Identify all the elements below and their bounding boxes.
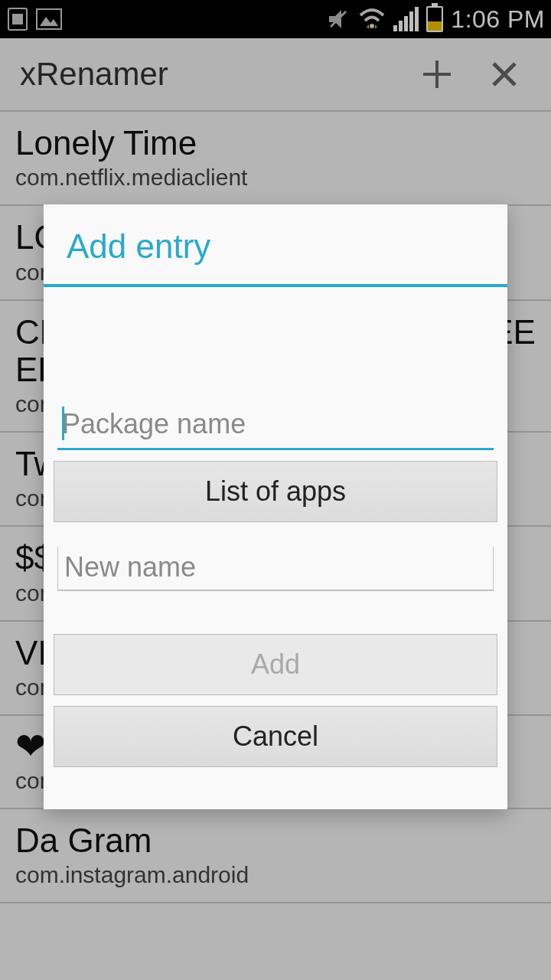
package-field-wrap [57, 402, 494, 450]
new-name-input[interactable] [57, 547, 494, 591]
dialog-buttons: Add Cancel [50, 623, 501, 767]
list-of-apps-button[interactable]: List of apps [54, 461, 497, 522]
package-name-input[interactable] [57, 402, 494, 450]
dialog-title: Add entry [44, 204, 507, 284]
add-entry-dialog: Add entry List of apps Add Cancel [44, 204, 507, 809]
cancel-button[interactable]: Cancel [54, 706, 497, 767]
add-confirm-button[interactable]: Add [54, 634, 497, 695]
text-caret [62, 407, 64, 440]
dialog-body: List of apps Add Cancel [44, 287, 507, 809]
new-name-field-wrap [57, 547, 494, 591]
